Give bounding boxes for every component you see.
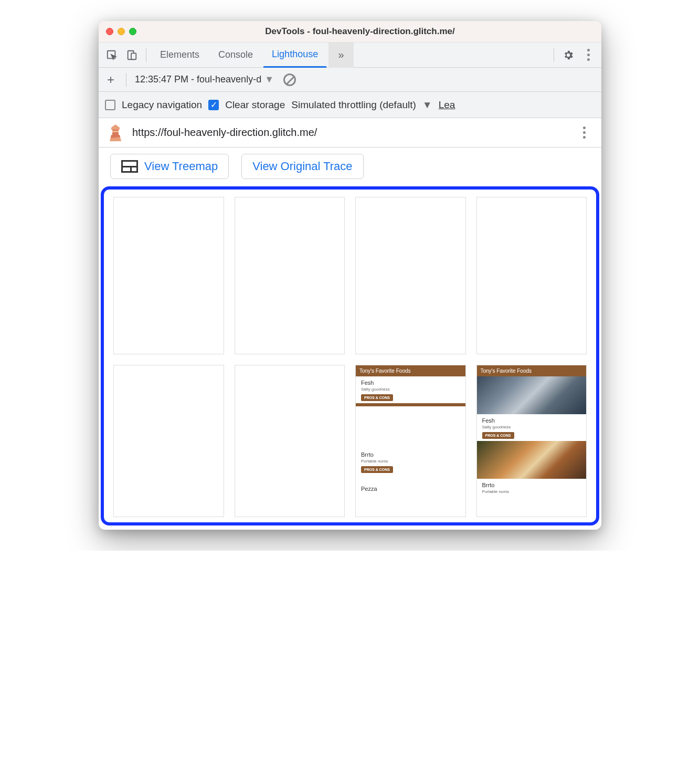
treemap-icon — [121, 160, 138, 173]
tab-console[interactable]: Console — [210, 43, 261, 68]
lighthouse-toolbar: + 12:35:47 PM - foul-heavenly-d ▼ — [99, 68, 601, 92]
filmstrip-frame[interactable] — [113, 365, 224, 517]
minimize-window-button[interactable] — [118, 28, 125, 35]
report-actions: View Treemap View Original Trace — [99, 148, 601, 179]
tab-elements[interactable]: Elements — [152, 43, 208, 68]
separator — [126, 73, 126, 87]
filmstrip-frame[interactable] — [355, 197, 466, 354]
separator — [146, 48, 146, 62]
filmstrip-frame[interactable] — [235, 365, 345, 517]
mini-image — [477, 441, 587, 479]
report-url-bar: https://foul-heavenly-direction.glitch.m… — [99, 118, 601, 148]
mini-item-button: PROS & CONS — [361, 394, 393, 401]
filmstrip-frame[interactable] — [113, 197, 224, 354]
filmstrip-frame[interactable] — [235, 197, 345, 354]
mini-item-title: Brrto — [361, 451, 460, 458]
lighthouse-settings-bar: Legacy navigation ✓ Clear storage Simula… — [99, 92, 601, 118]
report-menu-icon[interactable] — [575, 124, 593, 142]
report-selector[interactable]: 12:35:47 PM - foul-heavenly-d ▼ — [135, 74, 274, 85]
settings-icon[interactable] — [559, 46, 577, 64]
svg-rect-2 — [131, 53, 136, 59]
mini-item-title: Fesh — [361, 380, 460, 386]
mini-page-header: Tony's Favorite Foods — [356, 365, 465, 376]
dropdown-arrow-icon[interactable]: ▼ — [422, 99, 432, 111]
window-title: DevTools - foul-heavenly-direction.glitc… — [126, 26, 594, 37]
clear-icon[interactable] — [283, 73, 296, 86]
mini-item-sub: Portable noms — [361, 459, 460, 464]
clear-storage-label: Clear storage — [225, 99, 285, 111]
devtools-window: DevTools - foul-heavenly-direction.glitc… — [99, 21, 601, 530]
new-report-button[interactable]: + — [104, 73, 118, 87]
view-treemap-button[interactable]: View Treemap — [110, 154, 229, 179]
separator — [554, 48, 554, 62]
view-trace-label: View Original Trace — [252, 160, 352, 173]
throttling-label: Simulated throttling (default) — [291, 99, 416, 111]
report-url: https://foul-heavenly-direction.glitch.m… — [132, 127, 317, 139]
svg-rect-4 — [112, 131, 119, 132]
filmstrip-highlight: Tony's Favorite Foods Fesh Salty goodnes… — [101, 186, 599, 525]
mini-item-title: Brrto — [482, 482, 581, 488]
dropdown-arrow-icon: ▼ — [264, 74, 274, 85]
mini-item-sub: Salty goodness — [482, 425, 581, 429]
view-trace-button[interactable]: View Original Trace — [241, 154, 363, 179]
legacy-nav-checkbox[interactable] — [105, 100, 115, 110]
devtools-tabstrip: Elements Console Lighthouse » — [99, 43, 601, 68]
mini-item-title: Fesh — [482, 417, 581, 424]
mini-item-sub: Portable noms — [482, 489, 581, 494]
mini-page-header: Tony's Favorite Foods — [477, 365, 587, 376]
inspect-element-icon[interactable] — [103, 46, 121, 64]
close-window-button[interactable] — [106, 28, 113, 35]
clear-storage-checkbox[interactable]: ✓ — [208, 100, 219, 110]
filmstrip-grid: Tony's Favorite Foods Fesh Salty goodnes… — [113, 197, 587, 517]
legacy-nav-label: Legacy navigation — [122, 99, 202, 111]
mini-item-title: Pezza — [361, 486, 460, 492]
more-tabs-icon[interactable]: » — [328, 43, 354, 68]
tab-lighthouse[interactable]: Lighthouse — [263, 43, 326, 68]
mini-image — [477, 376, 587, 414]
filmstrip-frame[interactable] — [476, 197, 587, 354]
lighthouse-icon — [107, 123, 124, 142]
mini-item-sub: Salty goodness — [361, 387, 460, 392]
report-selector-label: 12:35:47 PM - foul-heavenly-d — [135, 74, 261, 85]
mini-item-button: PROS & CONS — [482, 432, 514, 439]
filmstrip-frame[interactable]: Tony's Favorite Foods Fesh Salty goodnes… — [476, 365, 587, 517]
titlebar: DevTools - foul-heavenly-direction.glitc… — [99, 21, 601, 43]
mini-item-button: PROS & CONS — [361, 466, 393, 473]
kebab-menu-icon[interactable] — [579, 46, 597, 64]
learn-more-link[interactable]: Lea — [439, 99, 455, 111]
view-treemap-label: View Treemap — [144, 160, 218, 173]
device-toolbar-icon[interactable] — [123, 46, 141, 64]
filmstrip-frame[interactable]: Tony's Favorite Foods Fesh Salty goodnes… — [355, 365, 466, 517]
